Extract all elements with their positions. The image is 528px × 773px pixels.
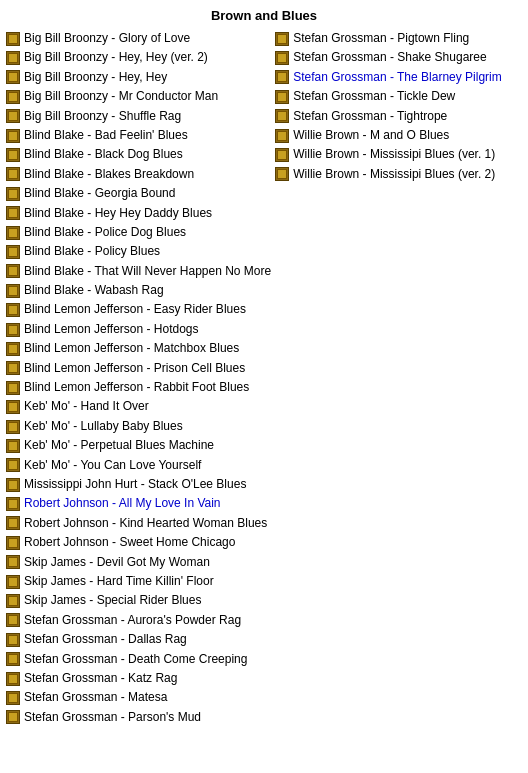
track-icon bbox=[6, 710, 20, 724]
track-label: Robert Johnson - Kind Hearted Woman Blue… bbox=[24, 515, 267, 532]
track-icon bbox=[275, 90, 289, 104]
track-label: Blind Lemon Jefferson - Easy Rider Blues bbox=[24, 301, 246, 318]
track-label: Stefan Grossman - Pigtown Fling bbox=[293, 30, 469, 47]
track-label: Stefan Grossman - Dallas Rag bbox=[24, 631, 187, 648]
list-item[interactable]: Big Bill Broonzy - Hey, Hey (ver. 2) bbox=[4, 48, 273, 67]
track-label: Mississippi John Hurt - Stack O'Lee Blue… bbox=[24, 476, 246, 493]
list-item[interactable]: Keb' Mo' - You Can Love Yourself bbox=[4, 456, 273, 475]
track-icon bbox=[6, 226, 20, 240]
track-icon bbox=[6, 167, 20, 181]
list-item[interactable]: Willie Brown - M and O Blues bbox=[273, 126, 524, 145]
track-icon bbox=[275, 70, 289, 84]
list-item[interactable]: Blind Blake - Black Dog Blues bbox=[4, 145, 273, 164]
track-icon bbox=[6, 323, 20, 337]
track-label: Skip James - Devil Got My Woman bbox=[24, 554, 210, 571]
list-item[interactable]: Blind Blake - Policy Blues bbox=[4, 242, 273, 261]
list-item[interactable]: Stefan Grossman - Tightrope bbox=[273, 107, 524, 126]
list-item[interactable]: Stefan Grossman - Parson's Mud bbox=[4, 708, 273, 727]
track-label: Blind Blake - Blakes Breakdown bbox=[24, 166, 194, 183]
track-label: Blind Lemon Jefferson - Rabbit Foot Blue… bbox=[24, 379, 249, 396]
list-item[interactable]: Robert Johnson - Kind Hearted Woman Blue… bbox=[4, 514, 273, 533]
track-label: Robert Johnson - All My Love In Vain bbox=[24, 495, 221, 512]
list-item[interactable]: Blind Blake - Wabash Rag bbox=[4, 281, 273, 300]
track-icon bbox=[6, 478, 20, 492]
track-label: Big Bill Broonzy - Glory of Love bbox=[24, 30, 190, 47]
list-item[interactable]: Stefan Grossman - Tickle Dew bbox=[273, 87, 524, 106]
list-item[interactable]: Blind Lemon Jefferson - Prison Cell Blue… bbox=[4, 359, 273, 378]
list-item[interactable]: Big Bill Broonzy - Hey, Hey bbox=[4, 68, 273, 87]
track-icon bbox=[6, 361, 20, 375]
track-label: Blind Lemon Jefferson - Matchbox Blues bbox=[24, 340, 239, 357]
track-icon bbox=[6, 594, 20, 608]
list-item[interactable]: Stefan Grossman - Matesa bbox=[4, 688, 273, 707]
track-icon bbox=[6, 516, 20, 530]
list-item[interactable]: Keb' Mo' - Hand It Over bbox=[4, 397, 273, 416]
track-icon bbox=[6, 264, 20, 278]
list-item[interactable]: Stefan Grossman - Pigtown Fling bbox=[273, 29, 524, 48]
track-icon bbox=[275, 129, 289, 143]
track-icon bbox=[6, 672, 20, 686]
list-item[interactable]: Keb' Mo' - Lullaby Baby Blues bbox=[4, 417, 273, 436]
list-item[interactable]: Skip James - Special Rider Blues bbox=[4, 591, 273, 610]
track-label: Blind Blake - Policy Blues bbox=[24, 243, 160, 260]
list-item[interactable]: Stefan Grossman - The Blarney Pilgrim bbox=[273, 68, 524, 87]
list-item[interactable]: Blind Lemon Jefferson - Hotdogs bbox=[4, 320, 273, 339]
list-item[interactable]: Blind Blake - Hey Hey Daddy Blues bbox=[4, 204, 273, 223]
track-icon bbox=[6, 109, 20, 123]
list-item[interactable]: Blind Blake - Blakes Breakdown bbox=[4, 165, 273, 184]
list-item[interactable]: Stefan Grossman - Shake Shugaree bbox=[273, 48, 524, 67]
track-icon bbox=[6, 148, 20, 162]
list-item[interactable]: Willie Brown - Mississipi Blues (ver. 2) bbox=[273, 165, 524, 184]
list-item[interactable]: Big Bill Broonzy - Shuffle Rag bbox=[4, 107, 273, 126]
track-label: Stefan Grossman - Tightrope bbox=[293, 108, 447, 125]
list-item[interactable]: Keb' Mo' - Perpetual Blues Machine bbox=[4, 436, 273, 455]
track-icon bbox=[275, 148, 289, 162]
content-area: Big Bill Broonzy - Glory of LoveBig Bill… bbox=[4, 29, 524, 727]
list-item[interactable]: Willie Brown - Mississipi Blues (ver. 1) bbox=[273, 145, 524, 164]
track-icon bbox=[6, 633, 20, 647]
track-icon bbox=[6, 381, 20, 395]
list-item[interactable]: Blind Blake - Bad Feelin' Blues bbox=[4, 126, 273, 145]
track-label: Blind Blake - Wabash Rag bbox=[24, 282, 164, 299]
track-icon bbox=[6, 245, 20, 259]
track-label: Blind Blake - Bad Feelin' Blues bbox=[24, 127, 188, 144]
track-label: Stefan Grossman - Aurora's Powder Rag bbox=[24, 612, 241, 629]
track-label: Stefan Grossman - The Blarney Pilgrim bbox=[293, 69, 502, 86]
track-icon bbox=[6, 400, 20, 414]
track-icon bbox=[6, 342, 20, 356]
list-item[interactable]: Blind Lemon Jefferson - Rabbit Foot Blue… bbox=[4, 378, 273, 397]
list-item[interactable]: Stefan Grossman - Dallas Rag bbox=[4, 630, 273, 649]
list-item[interactable]: Big Bill Broonzy - Glory of Love bbox=[4, 29, 273, 48]
track-icon bbox=[6, 51, 20, 65]
list-item[interactable]: Mississippi John Hurt - Stack O'Lee Blue… bbox=[4, 475, 273, 494]
track-icon bbox=[6, 536, 20, 550]
track-icon bbox=[6, 206, 20, 220]
list-item[interactable]: Skip James - Devil Got My Woman bbox=[4, 553, 273, 572]
track-label: Stefan Grossman - Katz Rag bbox=[24, 670, 177, 687]
list-item[interactable]: Big Bill Broonzy - Mr Conductor Man bbox=[4, 87, 273, 106]
list-item[interactable]: Blind Blake - That Will Never Happen No … bbox=[4, 262, 273, 281]
track-label: Big Bill Broonzy - Shuffle Rag bbox=[24, 108, 181, 125]
track-icon bbox=[275, 167, 289, 181]
track-label: Keb' Mo' - You Can Love Yourself bbox=[24, 457, 201, 474]
list-item[interactable]: Blind Blake - Georgia Bound bbox=[4, 184, 273, 203]
page-title: Brown and Blues bbox=[4, 8, 524, 23]
list-item[interactable]: Skip James - Hard Time Killin' Floor bbox=[4, 572, 273, 591]
track-icon bbox=[275, 109, 289, 123]
track-label: Skip James - Special Rider Blues bbox=[24, 592, 201, 609]
track-label: Willie Brown - Mississipi Blues (ver. 2) bbox=[293, 166, 495, 183]
list-item[interactable]: Stefan Grossman - Katz Rag bbox=[4, 669, 273, 688]
track-icon bbox=[6, 284, 20, 298]
list-item[interactable]: Stefan Grossman - Death Come Creeping bbox=[4, 650, 273, 669]
track-label: Blind Lemon Jefferson - Prison Cell Blue… bbox=[24, 360, 245, 377]
track-icon bbox=[6, 458, 20, 472]
list-item[interactable]: Blind Blake - Police Dog Blues bbox=[4, 223, 273, 242]
list-item[interactable]: Blind Lemon Jefferson - Matchbox Blues bbox=[4, 339, 273, 358]
list-item[interactable]: Robert Johnson - Sweet Home Chicago bbox=[4, 533, 273, 552]
track-icon bbox=[6, 187, 20, 201]
track-label: Keb' Mo' - Lullaby Baby Blues bbox=[24, 418, 183, 435]
track-label: Blind Blake - Police Dog Blues bbox=[24, 224, 186, 241]
list-item[interactable]: Blind Lemon Jefferson - Easy Rider Blues bbox=[4, 300, 273, 319]
list-item[interactable]: Robert Johnson - All My Love In Vain bbox=[4, 494, 273, 513]
list-item[interactable]: Stefan Grossman - Aurora's Powder Rag bbox=[4, 611, 273, 630]
